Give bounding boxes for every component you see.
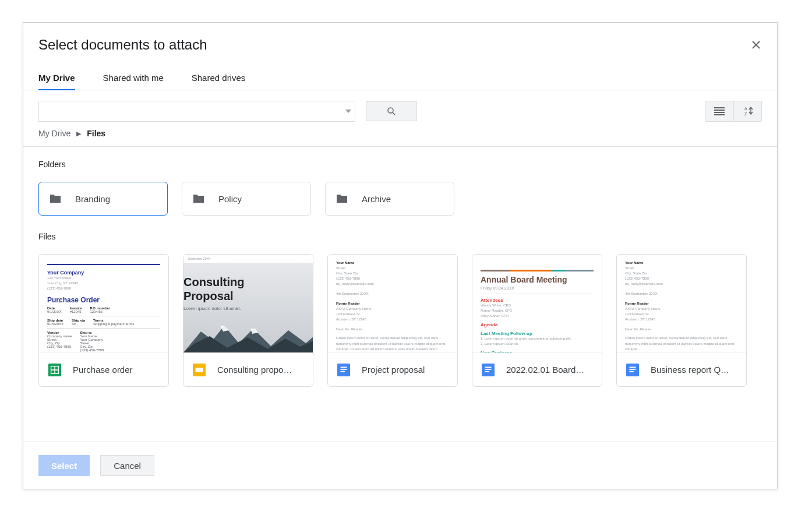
file-consulting-proposal[interactable]: September 20XX Consulting Proposal Lorem… xyxy=(183,254,313,387)
select-button[interactable]: Select xyxy=(38,455,90,476)
file-label: Purchase order xyxy=(73,365,133,375)
view-controls: AZ xyxy=(705,101,762,122)
chevron-right-icon: ▶ xyxy=(76,130,81,137)
folder-icon xyxy=(335,192,349,206)
svg-rect-21 xyxy=(341,371,345,372)
svg-rect-23 xyxy=(485,366,492,368)
search-input[interactable] xyxy=(39,101,342,121)
breadcrumb-root[interactable]: My Drive xyxy=(38,129,70,138)
close-button[interactable] xyxy=(750,39,762,51)
folders-section-label: Folders xyxy=(38,160,762,169)
content-area: Folders Branding Policy Archive Files Yo… xyxy=(23,147,777,442)
svg-rect-5 xyxy=(714,114,725,115)
svg-rect-29 xyxy=(630,371,634,372)
mountains-graphic xyxy=(183,320,313,352)
search-field-wrap xyxy=(38,101,355,122)
file-project-proposal[interactable]: Your NameStreetCity, State Zip(123) 456-… xyxy=(327,254,458,387)
svg-text:Z: Z xyxy=(744,112,747,116)
folders-row: Branding Policy Archive xyxy=(38,182,762,216)
file-picker-modal: Select documents to attach My Drive Shar… xyxy=(23,22,778,489)
tab-shared-drives[interactable]: Shared drives xyxy=(192,66,246,90)
file-label: Business report Q… xyxy=(651,365,729,375)
close-icon xyxy=(752,41,760,49)
folder-policy[interactable]: Policy xyxy=(182,182,311,216)
sort-button[interactable]: AZ xyxy=(733,101,761,121)
svg-rect-24 xyxy=(485,369,492,370)
cancel-button[interactable]: Cancel xyxy=(100,455,154,476)
file-label: 2022.02.01 Board… xyxy=(506,365,584,375)
folder-icon xyxy=(48,192,62,206)
file-footer: Consulting propo… xyxy=(183,352,313,386)
svg-rect-4 xyxy=(714,112,725,113)
file-thumbnail: Your NameStreetCity, State Zip(123) 456-… xyxy=(617,255,746,352)
search-icon xyxy=(386,106,397,117)
docs-icon xyxy=(337,364,350,376)
svg-rect-25 xyxy=(485,371,489,372)
file-business-report[interactable]: Your NameStreetCity, State Zip(123) 456-… xyxy=(616,254,747,387)
docs-icon xyxy=(626,364,639,376)
file-label: Consulting propo… xyxy=(217,365,292,375)
svg-rect-2 xyxy=(714,107,725,108)
search-button[interactable] xyxy=(366,101,417,121)
tabs: My Drive Shared with me Shared drives xyxy=(23,66,777,90)
list-icon xyxy=(714,107,725,115)
file-thumbnail: Annual Board Meeting Friday 09.04.20XX A… xyxy=(472,255,602,352)
toolbar: AZ xyxy=(23,90,777,123)
sort-az-icon: AZ xyxy=(743,107,753,116)
svg-rect-28 xyxy=(630,369,636,370)
breadcrumb: My Drive ▶ Files xyxy=(23,123,777,146)
file-footer: 2022.02.01 Board… xyxy=(472,352,602,386)
folder-label: Archive xyxy=(362,194,391,204)
modal-footer: Select Cancel xyxy=(23,442,777,489)
folder-icon xyxy=(192,192,206,206)
modal-header: Select documents to attach xyxy=(23,23,777,66)
modal-title: Select documents to attach xyxy=(38,37,207,53)
list-view-button[interactable] xyxy=(705,101,733,121)
tab-my-drive[interactable]: My Drive xyxy=(38,66,75,90)
folder-branding[interactable]: Branding xyxy=(38,182,168,216)
file-board-meeting[interactable]: Annual Board Meeting Friday 09.04.20XX A… xyxy=(472,254,602,387)
caret-down-icon xyxy=(345,110,351,113)
svg-rect-20 xyxy=(341,369,347,370)
folder-label: Branding xyxy=(75,194,110,204)
search-dropdown-toggle[interactable] xyxy=(342,101,355,121)
folder-label: Policy xyxy=(218,194,242,204)
slides-icon xyxy=(193,364,206,376)
svg-rect-3 xyxy=(714,110,725,111)
file-thumbnail: September 20XX Consulting Proposal Lorem… xyxy=(183,255,313,352)
svg-rect-19 xyxy=(341,366,347,368)
svg-point-0 xyxy=(388,108,393,113)
tab-shared-with-me[interactable]: Shared with me xyxy=(103,66,164,90)
file-footer: Project proposal xyxy=(328,352,457,386)
docs-icon xyxy=(482,364,495,376)
file-footer: Purchase order xyxy=(39,352,168,386)
folder-archive[interactable]: Archive xyxy=(325,182,454,216)
file-purchase-order[interactable]: Your Company 123 Your StreetYour City, S… xyxy=(38,254,169,387)
file-footer: Business report Q… xyxy=(617,352,746,386)
file-label: Project proposal xyxy=(362,365,425,375)
svg-rect-27 xyxy=(630,366,636,368)
svg-rect-17 xyxy=(196,368,203,372)
file-thumbnail: Your NameStreetCity, State Zip(123) 456-… xyxy=(328,255,457,352)
svg-text:A: A xyxy=(744,107,747,111)
file-thumbnail: Your Company 123 Your StreetYour City, S… xyxy=(39,255,168,352)
svg-line-1 xyxy=(393,112,395,115)
sheets-icon xyxy=(48,364,61,376)
files-section-label: Files xyxy=(38,232,762,241)
breadcrumb-current: Files xyxy=(87,129,105,138)
files-row: Your Company 123 Your StreetYour City, S… xyxy=(38,254,762,387)
